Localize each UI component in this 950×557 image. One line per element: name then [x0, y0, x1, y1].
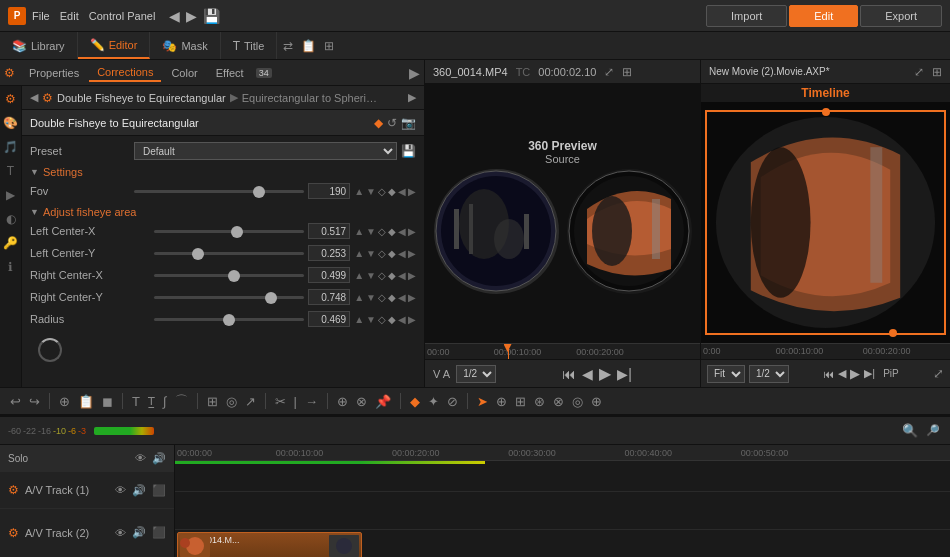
clip-video-1[interactable]: 360_0014.M...: [177, 532, 362, 557]
tool-text[interactable]: T: [130, 394, 142, 409]
rcx-d2[interactable]: ◆: [388, 270, 396, 281]
fov-diamond[interactable]: ◇: [378, 186, 386, 197]
tool-redo[interactable]: ↪: [27, 394, 42, 409]
forward-icon[interactable]: ▶: [186, 8, 197, 24]
menu-file[interactable]: File: [32, 10, 50, 22]
breadcrumb-back[interactable]: ◀: [30, 91, 38, 104]
radius-down[interactable]: ▼: [366, 314, 376, 325]
tool-zoom[interactable]: ⊗: [551, 394, 566, 409]
breadcrumb-step1[interactable]: Double Fisheye to Equirectangular: [57, 92, 226, 104]
tab-corrections[interactable]: Corrections: [89, 64, 161, 82]
tab-properties[interactable]: Properties: [21, 65, 87, 81]
rcy-prev[interactable]: ◀: [398, 292, 406, 303]
lcy-d2[interactable]: ◆: [388, 248, 396, 259]
tool-add[interactable]: ⊕: [57, 394, 72, 409]
lcx-d2[interactable]: ◆: [388, 226, 396, 237]
tool-snap[interactable]: ⊛: [532, 394, 547, 409]
tool-pointer[interactable]: ➤: [475, 394, 490, 409]
lcy-d1[interactable]: ◇: [378, 248, 386, 259]
lcy-up[interactable]: ▲: [354, 248, 364, 259]
rcx-slider[interactable]: [154, 274, 304, 277]
edit-button[interactable]: Edit: [789, 5, 858, 27]
tool-fit[interactable]: ◎: [570, 394, 585, 409]
tab-color[interactable]: Color: [163, 65, 205, 81]
rcy-value[interactable]: [308, 289, 350, 305]
tool-clip[interactable]: 📋: [76, 394, 96, 409]
rcx-down[interactable]: ▼: [366, 270, 376, 281]
tab-extra-icon1[interactable]: ⇄: [283, 39, 293, 53]
tool-more[interactable]: ⊘: [445, 394, 460, 409]
import-button[interactable]: Import: [706, 5, 787, 27]
reset-icon[interactable]: ↺: [387, 116, 397, 130]
radius-value[interactable]: [308, 311, 350, 327]
radius-d1[interactable]: ◇: [378, 314, 386, 325]
speed-select[interactable]: 1/2: [456, 365, 496, 383]
tool-split[interactable]: |: [292, 394, 299, 409]
r-expand[interactable]: ⤢: [933, 366, 944, 381]
fov-next[interactable]: ▶: [408, 186, 416, 197]
fov-thumb[interactable]: [253, 186, 265, 198]
lcy-value[interactable]: [308, 245, 350, 261]
tool-fx[interactable]: ∫: [161, 394, 169, 409]
track-solo-audio[interactable]: 🔊: [152, 452, 166, 465]
frame-forward-button[interactable]: ▶|: [617, 366, 632, 382]
menu-control-panel[interactable]: Control Panel: [89, 10, 156, 22]
tool-select[interactable]: ⊞: [513, 394, 528, 409]
lcy-thumb[interactable]: [192, 248, 204, 260]
tool-arrow[interactable]: ↗: [243, 394, 258, 409]
lcx-value[interactable]: [308, 223, 350, 239]
lcx-d1[interactable]: ◇: [378, 226, 386, 237]
rcy-down[interactable]: ▼: [366, 292, 376, 303]
tool-link[interactable]: ⊕: [335, 394, 350, 409]
lcx-slider[interactable]: [154, 230, 304, 233]
save-preset-icon[interactable]: 💾: [401, 144, 416, 158]
export-button[interactable]: Export: [860, 5, 942, 27]
tab-mask[interactable]: 🎭 Mask: [150, 32, 220, 59]
adjust-header[interactable]: ▼ Adjust fisheye area: [30, 206, 416, 218]
tool-undo[interactable]: ↩: [8, 394, 23, 409]
preset-select[interactable]: Default: [134, 142, 397, 160]
side-icon-fx[interactable]: ⚙: [3, 90, 18, 108]
rcy-next[interactable]: ▶: [408, 292, 416, 303]
track-av1-lock[interactable]: ⬛: [152, 484, 166, 497]
radius-thumb[interactable]: [223, 314, 235, 326]
side-icon-motion[interactable]: ▶: [4, 186, 17, 204]
track-av2-lock[interactable]: ⬛: [152, 526, 166, 539]
lcx-thumb[interactable]: [231, 226, 243, 238]
lcy-next[interactable]: ▶: [408, 248, 416, 259]
tab-editor[interactable]: ✏️ Editor: [78, 32, 151, 59]
radius-slider[interactable]: [154, 318, 304, 321]
lcy-slider[interactable]: [154, 252, 304, 255]
r-fwd[interactable]: ▶|: [864, 367, 875, 380]
fov-up[interactable]: ▲: [354, 186, 364, 197]
lcx-up[interactable]: ▲: [354, 226, 364, 237]
preview-ruler[interactable]: 00:00 00:00:10:00 00:00:20:00: [425, 343, 700, 359]
rcx-thumb[interactable]: [228, 270, 240, 282]
side-icon-audio[interactable]: 🎵: [1, 138, 20, 156]
save-icon[interactable]: 💾: [203, 8, 220, 24]
rcy-up[interactable]: ▲: [354, 292, 364, 303]
tab-effect[interactable]: Effect: [208, 65, 252, 81]
fit-select[interactable]: Fit: [707, 365, 745, 383]
frame-back-button[interactable]: ◀: [582, 366, 593, 382]
r-skip-back[interactable]: ⏮: [823, 368, 834, 380]
radius-up[interactable]: ▲: [354, 314, 364, 325]
track-solo-eye[interactable]: 👁: [135, 452, 146, 464]
radius-next[interactable]: ▶: [408, 314, 416, 325]
tab-extra-icon3[interactable]: ⊞: [324, 39, 334, 53]
tool-plus[interactable]: ⊕: [589, 394, 604, 409]
tl-zoom-out[interactable]: 🔎: [924, 424, 942, 437]
rcx-up[interactable]: ▲: [354, 270, 364, 281]
rcx-prev[interactable]: ◀: [398, 270, 406, 281]
selection-handle-bottom[interactable]: [889, 329, 897, 337]
tool-move[interactable]: ⊕: [494, 394, 509, 409]
snapshot-icon[interactable]: 📷: [401, 116, 416, 130]
track-av1-eye[interactable]: 👁: [115, 484, 126, 496]
menu-edit[interactable]: Edit: [60, 10, 79, 22]
tool-trim[interactable]: →: [303, 394, 320, 409]
fov-slider[interactable]: [134, 190, 304, 193]
tool-text2[interactable]: T̲: [146, 395, 157, 408]
lcx-down[interactable]: ▼: [366, 226, 376, 237]
rcy-d2[interactable]: ◆: [388, 292, 396, 303]
lcy-down[interactable]: ▼: [366, 248, 376, 259]
